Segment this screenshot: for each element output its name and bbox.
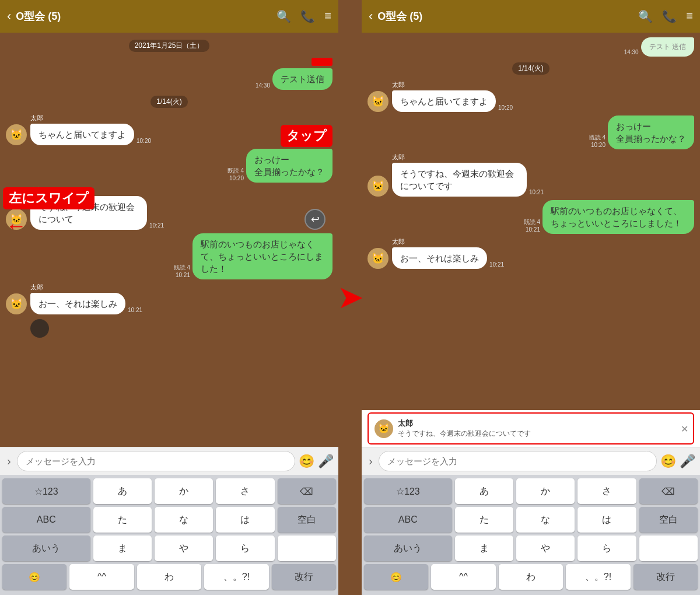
message-time: 10:21 bbox=[529, 189, 544, 195]
key-ra[interactable]: ら bbox=[578, 536, 636, 561]
avatar: 🐱 bbox=[368, 91, 388, 112]
key-ma[interactable]: ま bbox=[455, 536, 513, 561]
typing-indicator bbox=[30, 319, 49, 338]
emoji-button[interactable]: 😊 bbox=[299, 454, 314, 469]
message-bubble[interactable]: テスト 送信 bbox=[641, 37, 694, 57]
call-icon[interactable]: 📞 bbox=[662, 9, 677, 23]
search-icon[interactable]: 🔍 bbox=[638, 9, 653, 23]
sender-name: 太郎 bbox=[392, 153, 544, 162]
key-symbols[interactable]: ☆123 bbox=[364, 478, 452, 504]
message-time: 10:21 bbox=[128, 307, 142, 313]
message-input[interactable] bbox=[379, 451, 657, 471]
reply-sender: 太郎 bbox=[398, 418, 676, 429]
date-label-right: 1/14(火) bbox=[512, 62, 549, 75]
msg-row: おっけー全員揃ったかな？ 既読 4 10:20 bbox=[368, 116, 694, 149]
back-button[interactable]: ‹ bbox=[369, 9, 373, 24]
msg-row: 🐱 太郎 お一、それは楽しみ 10:21 bbox=[6, 283, 332, 314]
arrow-left: ← bbox=[6, 214, 27, 238]
key-ya[interactable]: や bbox=[516, 536, 575, 561]
date-label-1: 2021年1月25日（土） bbox=[129, 40, 210, 52]
message-bubble[interactable]: おっけー全員揃ったかな？ bbox=[608, 116, 694, 149]
message-bubble[interactable]: おっけー全員揃ったかな？ bbox=[246, 149, 332, 183]
message-bubble[interactable]: ちゃんと届いてますよ bbox=[30, 124, 134, 145]
key-na[interactable]: な bbox=[155, 507, 213, 533]
key-na[interactable]: な bbox=[516, 507, 575, 533]
sender-name: 太郎 bbox=[392, 80, 513, 89]
key-ha[interactable]: は bbox=[578, 507, 636, 533]
key-delete[interactable]: ⌫ bbox=[639, 478, 698, 504]
expand-button[interactable]: › bbox=[5, 452, 13, 470]
message-bubble[interactable]: テスト送信 bbox=[272, 68, 332, 90]
key-a[interactable]: あ bbox=[93, 478, 152, 504]
key-ta[interactable]: た bbox=[93, 507, 152, 533]
search-icon[interactable]: 🔍 bbox=[276, 9, 291, 23]
menu-icon[interactable]: ≡ bbox=[324, 9, 331, 23]
read-status: 既読 4 10:20 bbox=[589, 134, 606, 148]
message-bubble[interactable]: そうですね、今週末の歓迎会についてです bbox=[392, 163, 527, 197]
key-enter[interactable]: 改行 bbox=[634, 564, 698, 590]
right-phone-panel: ‹ O型会 (5) 🔍 📞 ≡ テスト 送信 14:30 1/14(火) 🐱 太… bbox=[362, 0, 700, 595]
key-aiueo[interactable]: あいう bbox=[364, 536, 452, 561]
read-status: 既読 4 10:21 bbox=[174, 264, 190, 278]
key-ka[interactable]: か bbox=[516, 478, 575, 504]
key-wa[interactable]: わ bbox=[137, 564, 201, 590]
key-kigo[interactable]: ^^ bbox=[69, 564, 134, 590]
key-space[interactable]: 空白 bbox=[639, 507, 698, 533]
key-ka[interactable]: か bbox=[155, 478, 213, 504]
msg-row: 駅前のいつものお店じゃなくて、ちょっといいところにしました！ 既読 4 10:2… bbox=[368, 200, 694, 234]
annotation-tap: タップ bbox=[281, 125, 332, 147]
message-input[interactable] bbox=[17, 451, 295, 471]
right-chat-body: テスト 送信 14:30 1/14(火) 🐱 太郎 ちゃんと届いてますよ 10:… bbox=[362, 33, 700, 410]
read-status: 既読 4 10:20 bbox=[228, 167, 244, 181]
key-ra[interactable]: ら bbox=[216, 536, 274, 561]
key-kigo[interactable]: ^^ bbox=[431, 564, 495, 590]
sender-name: 太郎 bbox=[30, 283, 142, 292]
key-punct[interactable]: 、。?! bbox=[566, 564, 630, 590]
mic-button[interactable]: 🎤 bbox=[680, 454, 695, 469]
keyboard-row-3: あいう ま や ら bbox=[364, 536, 698, 561]
key-emoji[interactable]: 😊 bbox=[2, 564, 66, 590]
key-delete[interactable]: ⌫ bbox=[278, 478, 336, 504]
keyboard-row-2: ABC た な は 空白 bbox=[2, 507, 336, 533]
message-bubble[interactable]: お一、それは楽しみ bbox=[30, 293, 125, 314]
mic-button[interactable]: 🎤 bbox=[318, 454, 334, 469]
key-ma[interactable]: ま bbox=[93, 536, 152, 561]
message-time: 10:21 bbox=[489, 261, 504, 268]
key-punct[interactable]: 、。?! bbox=[204, 564, 268, 590]
back-button[interactable]: ‹ bbox=[7, 9, 11, 24]
menu-icon[interactable]: ≡ bbox=[686, 9, 693, 23]
msg-content: 太郎 ちゃんと届いてますよ 10:20 bbox=[30, 114, 151, 145]
avatar: 🐱 bbox=[368, 248, 388, 269]
keyboard-row-4: 😊 ^^ わ 、。?! 改行 bbox=[2, 564, 336, 590]
message-bubble[interactable]: お一、それは楽しみ bbox=[392, 247, 487, 269]
key-enter[interactable]: 改行 bbox=[272, 564, 336, 590]
reply-icon[interactable]: ↩ bbox=[304, 209, 326, 230]
key-symbols[interactable]: ☆123 bbox=[2, 478, 90, 504]
close-reply-button[interactable]: ✕ bbox=[681, 423, 688, 434]
key-ya[interactable]: や bbox=[155, 536, 213, 561]
right-keyboard: ☆123 あ か さ ⌫ ABC た な は 空白 あいう ま や ら 😊 ^^… bbox=[362, 475, 700, 595]
call-icon[interactable]: 📞 bbox=[300, 9, 315, 23]
key-aiueo[interactable]: あいう bbox=[2, 536, 90, 561]
key-abc[interactable]: ABC bbox=[364, 507, 452, 533]
emoji-button[interactable]: 😊 bbox=[660, 454, 676, 469]
message-bubble[interactable]: ちゃんと届いてますよ bbox=[392, 90, 496, 112]
key-wa[interactable]: わ bbox=[499, 564, 563, 590]
key-a[interactable]: あ bbox=[455, 478, 513, 504]
message-bubble[interactable]: 駅前のいつものお店じゃなくて、ちょっといいところにしました！ bbox=[542, 200, 694, 234]
key-ta[interactable]: た bbox=[455, 507, 513, 533]
keyboard-row-2: ABC た な は 空白 bbox=[364, 507, 698, 533]
message-time: 14:30 bbox=[624, 49, 639, 55]
message-bubble[interactable]: 駅前のいつものお店じゃなくて、ちょっといいところにしました！ bbox=[192, 233, 332, 279]
expand-button[interactable]: › bbox=[366, 452, 375, 470]
key-sa[interactable]: さ bbox=[216, 478, 274, 504]
key-space[interactable]: 空白 bbox=[278, 507, 336, 533]
key-abc[interactable]: ABC bbox=[2, 507, 90, 533]
left-chat-header: ‹ O型会 (5) 🔍 📞 ≡ bbox=[0, 0, 338, 33]
key-ha[interactable]: は bbox=[216, 507, 274, 533]
right-chat-header: ‹ O型会 (5) 🔍 📞 ≡ bbox=[362, 0, 700, 33]
key-sa[interactable]: さ bbox=[578, 478, 636, 504]
left-input-bar: › 😊 🎤 bbox=[0, 447, 338, 475]
key-emoji[interactable]: 😊 bbox=[364, 564, 428, 590]
sender-name: 太郎 bbox=[392, 237, 504, 246]
